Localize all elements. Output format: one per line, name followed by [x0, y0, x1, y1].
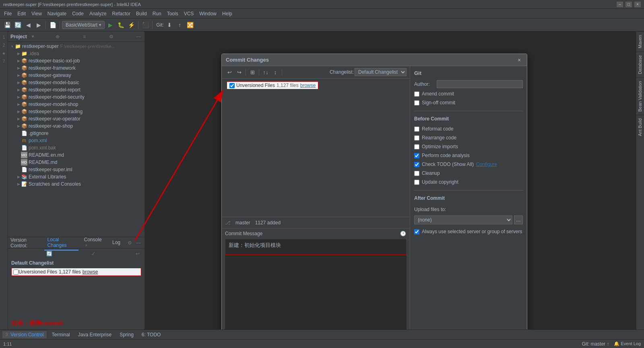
tree-model-trading[interactable]: ▶ 📦 restkeeper-model-trading — [8, 108, 144, 115]
upload-select[interactable]: (none) — [414, 215, 512, 224]
toolbar-sync[interactable]: 🔄 — [13, 20, 23, 30]
dialog-file-entry[interactable]: Unversioned Files 1,127 files browse — [225, 80, 407, 91]
dialog-sort1-button[interactable]: ↑↓ — [261, 68, 270, 77]
tree-model-report[interactable]: ▶ 📦 restkeeper-model-report — [8, 86, 144, 93]
menu-file[interactable]: File — [2, 10, 14, 17]
tree-gateway[interactable]: ▶ 📦 restkeeper-gateway — [8, 72, 144, 79]
menu-tools[interactable]: Tools — [165, 10, 181, 17]
tree-model-security[interactable]: ▶ 📦 restkeeper-model-security — [8, 93, 144, 101]
close-button[interactable]: × — [634, 2, 641, 7]
tree-idea[interactable]: ▶ 📁 .idea — [8, 50, 144, 57]
dialog-file-checkbox[interactable] — [229, 83, 235, 88]
project-panel-collapse[interactable]: ≡ — [81, 33, 88, 40]
menu-window[interactable]: Window — [197, 10, 219, 17]
tree-iml[interactable]: 📄 restkeeper-super.iml — [8, 166, 144, 173]
left-icon-1[interactable]: 1 — [1, 34, 7, 40]
update-copyright-checkbox[interactable] — [414, 180, 419, 185]
menu-build[interactable]: Build — [134, 10, 149, 17]
toolbar-back[interactable]: ◀ — [23, 20, 33, 30]
toolbar-git1[interactable]: ⬇ — [165, 20, 174, 30]
vc-file-entry[interactable]: Unversioned Files 1,127 files browse — [11, 268, 141, 276]
minimize-button[interactable]: – — [617, 2, 623, 7]
optimize-checkbox[interactable] — [414, 144, 419, 149]
vc-file-browse-link[interactable]: browse — [83, 269, 98, 275]
sidebar-tab-bean[interactable]: Bean Validation — [636, 77, 644, 115]
project-panel-minimize[interactable]: — — [135, 33, 142, 40]
tree-readme-en[interactable]: MD README.en.md — [8, 151, 144, 159]
vc-tab-console-close-icon[interactable]: × — [85, 243, 88, 248]
bottom-tab-vc[interactable]: 9: Version Control — [2, 331, 47, 338]
tree-readme[interactable]: MD README.md — [8, 159, 144, 166]
bottom-tab-terminal[interactable]: Terminal — [48, 331, 73, 338]
tree-ext-libs[interactable]: ▶ 📚 External Libraries — [8, 173, 144, 180]
commit-message-textarea[interactable] — [225, 255, 407, 336]
check-todo-checkbox[interactable] — [414, 162, 419, 167]
configure-link[interactable]: Configure — [476, 162, 497, 167]
bottom-tab-todo[interactable]: 6: TODO — [138, 331, 164, 338]
toolbar-git2[interactable]: ↑ — [175, 20, 185, 30]
menu-view[interactable]: View — [29, 10, 44, 17]
toolbar-stop[interactable]: ⬛ — [140, 20, 150, 30]
tree-vue-shop[interactable]: ▶ 📦 restkeeper-vue-shop — [8, 122, 144, 130]
menu-vcs[interactable]: VCS — [182, 10, 196, 17]
toolbar-save[interactable]: 💾 — [2, 20, 12, 30]
menu-code[interactable]: Code — [70, 10, 86, 17]
project-panel-add[interactable]: ⊕ — [54, 33, 61, 40]
vc-rollback-icon[interactable]: ↩ — [134, 250, 141, 257]
toolbar-file[interactable]: 📄 — [48, 20, 58, 30]
dialog-undo-button[interactable]: ↩ — [225, 68, 234, 77]
dialog-sort2-button[interactable]: ↕ — [271, 68, 280, 77]
vc-tab-log[interactable]: Log — [109, 238, 124, 248]
vc-refresh-icon[interactable]: 🔄 — [46, 250, 53, 257]
toolbar-git3[interactable]: 🔀 — [186, 20, 195, 30]
run-config-selector[interactable]: BasicWebStart ▾ — [62, 21, 105, 29]
toolbar-forward[interactable]: ▶ — [34, 20, 43, 30]
menu-help[interactable]: Help — [220, 10, 235, 17]
dialog-file-browse-link[interactable]: browse — [300, 83, 316, 88]
tree-gitignore[interactable]: 📄 .gitignore — [8, 130, 144, 137]
sidebar-tab-maven[interactable]: Maven — [636, 31, 644, 52]
signoff-commit-checkbox[interactable] — [414, 100, 419, 106]
commit-message-history-button[interactable]: 🕐 — [399, 230, 407, 237]
reformat-checkbox[interactable] — [414, 126, 419, 132]
sidebar-tab-database[interactable]: Database — [636, 52, 644, 77]
event-log-link[interactable]: 🔔 Event Log — [614, 341, 641, 346]
tree-basic-xxl[interactable]: ▶ 📦 restkeeper-basic-xxl-job — [8, 57, 144, 64]
tree-model-basic[interactable]: ▶ 📦 restkeeper-model-basic — [8, 79, 144, 86]
tree-root[interactable]: ▾ 📁 restkeeper-super F:\restkeeper-prent… — [8, 43, 144, 50]
vc-tab-local-changes[interactable]: Local Changes — [44, 235, 78, 251]
menu-edit[interactable]: Edit — [15, 10, 28, 17]
vc-file-checkbox[interactable] — [13, 269, 19, 275]
bottom-tab-spring[interactable]: Spring — [116, 331, 137, 338]
author-input[interactable] — [437, 80, 523, 88]
project-panel-dropdown[interactable]: ▾ — [32, 34, 34, 39]
dialog-close-button[interactable]: × — [516, 56, 523, 64]
dialog-grid-button[interactable]: ⊞ — [248, 68, 257, 77]
tree-pom-bak[interactable]: 📄 pom.xml.bak — [8, 144, 144, 151]
left-icon-fav[interactable]: ★ — [1, 50, 7, 56]
dialog-redo-button[interactable]: ↪ — [235, 68, 244, 77]
toolbar-run[interactable]: ▶ — [105, 20, 115, 30]
tree-scratches[interactable]: ▶ 📝 Scratches and Consoles — [8, 180, 144, 188]
menu-navigate[interactable]: Navigate — [45, 10, 69, 17]
bottom-tab-java-enterprise[interactable]: Java Enterprise — [75, 331, 115, 338]
left-icon-7[interactable]: 7 — [1, 58, 7, 64]
left-icon-2[interactable]: 2 — [1, 42, 7, 48]
tree-pom[interactable]: m pom.xml — [8, 137, 144, 144]
rearrange-checkbox[interactable] — [414, 135, 419, 141]
toolbar-coverage[interactable]: ⚡ — [126, 20, 136, 30]
upload-more-button[interactable]: … — [514, 215, 523, 224]
vc-tab-console[interactable]: Console × — [81, 235, 107, 251]
cleanup-checkbox[interactable] — [414, 171, 419, 176]
menu-analyze[interactable]: Analyze — [87, 10, 109, 17]
tree-vue-operator[interactable]: ▶ 📦 restkeeper-vue-operator — [8, 115, 144, 122]
tree-framework[interactable]: ▶ 📦 restkeeper-framework — [8, 64, 144, 72]
always-use-checkbox[interactable] — [414, 229, 419, 234]
vc-settings-icon[interactable]: ⚙ — [126, 239, 133, 246]
sidebar-tab-ant[interactable]: Ant Build — [636, 115, 644, 139]
maximize-button[interactable]: □ — [625, 2, 632, 7]
changelist-select[interactable]: Default Changelist — [355, 68, 407, 76]
tree-model-shop[interactable]: ▶ 📦 restkeeper-model-shop — [8, 101, 144, 108]
toolbar-debug[interactable]: 🐛 — [116, 20, 126, 30]
project-panel-settings[interactable]: ⚙ — [108, 33, 115, 40]
